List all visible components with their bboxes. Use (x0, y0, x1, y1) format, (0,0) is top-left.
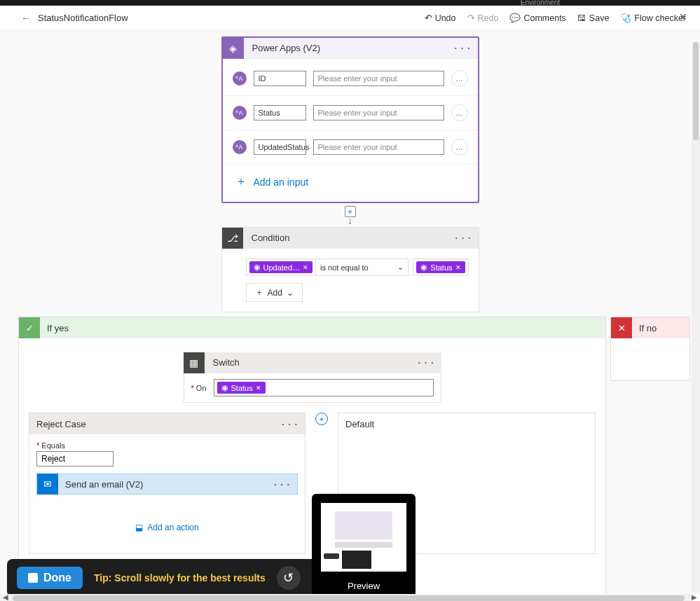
add-action-icon: ⬓ (135, 523, 143, 532)
undo-button[interactable]: ↶ Undo (425, 13, 456, 23)
if-no-label: If no (639, 323, 657, 333)
input-label[interactable]: UpdatedStatus (254, 139, 306, 155)
plus-icon: ＋ (235, 174, 247, 189)
back-arrow-icon[interactable]: ← (21, 13, 31, 24)
case-title: Reject Case (36, 419, 86, 429)
scroll-thumb[interactable] (13, 595, 685, 601)
reject-case-card[interactable]: Reject Case · · · * Equals ✉ Send an ema… (29, 413, 306, 554)
input-label[interactable]: Status (254, 105, 306, 120)
trigger-input-row: ᴬA UpdatedStatus Please enter your input… (233, 134, 468, 160)
operator-label: is not equal to (320, 263, 369, 272)
send-email-action[interactable]: ✉ Send an email (V2) · · · (36, 474, 298, 495)
token-remove-icon[interactable]: ✕ (256, 385, 261, 392)
save-label: Save (589, 13, 610, 23)
input-value[interactable]: Please enter your input (313, 71, 444, 86)
on-label: * On (191, 384, 207, 392)
outlook-icon: ✉ (37, 474, 58, 495)
token-label: Status (430, 263, 452, 272)
token-remove-icon[interactable]: ✕ (303, 264, 308, 271)
condition-menu-icon[interactable]: · · · (448, 233, 478, 243)
condition-icon: ⎇ (222, 228, 243, 249)
switch-title: Switch (205, 357, 411, 368)
input-type-icon: ᴬA (233, 71, 247, 85)
token-status[interactable]: ◉ Status ✕ (217, 382, 266, 394)
add-input-button[interactable]: ＋ Add an input (233, 169, 468, 195)
trigger-menu-icon[interactable]: · · · (447, 43, 477, 53)
save-button[interactable]: 🖫 Save (577, 13, 610, 23)
preview-panel: Preview (312, 494, 416, 597)
switch-on-input[interactable]: ◉ Status ✕ (214, 379, 434, 396)
page-header: ← StatusNotificationFlow ↶ Undo ↷ Redo 💬… (0, 6, 700, 31)
trigger-input-row: ᴬA ID Please enter your input … (233, 66, 468, 91)
input-row-menu-icon[interactable]: … (451, 139, 468, 156)
input-row-menu-icon[interactable]: … (451, 70, 468, 87)
preview-thumbnail (317, 499, 411, 576)
check-icon: ✓ (19, 317, 40, 338)
token-status[interactable]: ◉ Status ✕ (416, 261, 465, 273)
switch-menu-icon[interactable]: · · · (411, 357, 441, 368)
input-row-menu-icon[interactable]: … (451, 104, 468, 121)
condition-add-button[interactable]: ＋ Add ⌄ (246, 283, 303, 302)
equals-input[interactable] (36, 451, 114, 467)
input-value[interactable]: Please enter your input (313, 105, 444, 120)
trigger-input-row: ᴬA Status Please enter your input … (233, 100, 468, 125)
powerapps-icon: ◈ (223, 38, 244, 59)
input-label[interactable]: ID (254, 71, 306, 86)
if-no-branch: ✕ If no (610, 317, 690, 381)
environment-label: Environment (521, 0, 560, 6)
default-title: Default (345, 419, 374, 429)
add-label: Add (268, 288, 282, 298)
input-type-icon: ᴬA (233, 106, 247, 120)
condition-title: Condition (243, 233, 448, 243)
arrow-down-icon: ↓ (0, 217, 700, 224)
token-updated[interactable]: ◉ Updated… ✕ (249, 261, 313, 273)
input-value[interactable]: Please enter your input (313, 139, 444, 155)
x-icon: ✕ (611, 317, 632, 338)
add-input-label: Add an input (254, 177, 309, 188)
done-label: Done (43, 572, 71, 584)
preview-label: Preview (315, 578, 413, 594)
capture-toolbar: Done Tip: Scroll slowly for the best res… (7, 559, 345, 597)
vertical-scrollbar[interactable] (692, 42, 700, 593)
trigger-card[interactable]: ◈ Power Apps (V2) · · · ᴬA ID Please ent… (221, 36, 479, 203)
trigger-title: Power Apps (V2) (244, 43, 448, 53)
flow-checker-label: Flow checker (634, 13, 686, 23)
close-icon[interactable]: ✕ (679, 11, 687, 22)
condition-right-value[interactable]: ◉ Status ✕ (413, 258, 468, 276)
restart-button[interactable]: ↺ (277, 566, 301, 590)
comments-button[interactable]: 💬 Comments (509, 13, 565, 23)
add-action-label: Add an action (147, 523, 198, 532)
redo-label: Redo (478, 13, 499, 23)
add-action-button[interactable]: ⬓ Add an action (36, 523, 298, 532)
add-case-icon[interactable]: + (315, 413, 328, 425)
condition-expression[interactable]: ◉ Updated… ✕ is not equal to ⌄ (246, 258, 409, 276)
switch-icon: ▦ (184, 352, 205, 373)
chevron-down-icon: ⌄ (397, 263, 404, 272)
done-button[interactable]: Done (17, 567, 83, 589)
switch-card[interactable]: ▦ Switch · · · * On ◉ Status ✕ (184, 352, 441, 403)
case-menu-icon[interactable]: · · · (282, 419, 298, 429)
input-type-icon: ᴬA (233, 140, 247, 154)
flow-checker-button[interactable]: 🩺 Flow checker (620, 13, 686, 23)
equals-label: * Equals (36, 441, 298, 450)
action-menu-icon[interactable]: · · · (267, 479, 297, 490)
token-label: Status (231, 384, 253, 392)
action-title: Send an email (V2) (58, 479, 267, 490)
tip-text: Tip: Scroll slowly for the best results (94, 572, 266, 583)
flow-name: StatusNotificationFlow (38, 13, 128, 23)
token-label: Updated… (263, 263, 301, 272)
stop-icon (28, 573, 38, 583)
comments-label: Comments (523, 13, 565, 23)
scroll-thumb[interactable] (693, 42, 699, 140)
if-yes-label: If yes (47, 323, 69, 333)
undo-label: Undo (435, 13, 456, 23)
operator-select[interactable]: is not equal to ⌄ (316, 259, 408, 275)
redo-button[interactable]: ↷ Redo (467, 13, 499, 23)
horizontal-scrollbar[interactable]: ◀ ▶ (0, 594, 692, 601)
condition-card[interactable]: ⎇ Condition · · · ◉ Updated… ✕ is not eq… (221, 227, 479, 312)
token-remove-icon[interactable]: ✕ (455, 264, 461, 271)
